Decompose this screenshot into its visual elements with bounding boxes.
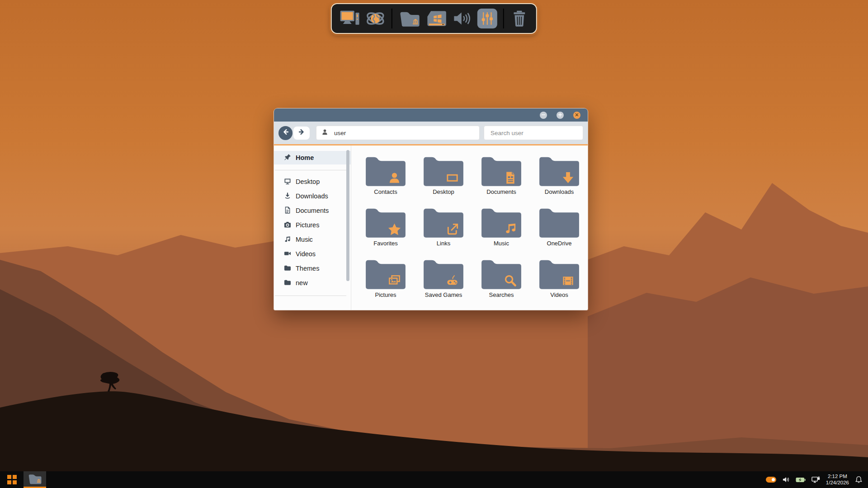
folder-label: Searches bbox=[489, 291, 514, 298]
search-box[interactable] bbox=[484, 126, 583, 140]
sidebar-item-home[interactable]: Home bbox=[274, 151, 351, 164]
star-icon bbox=[387, 222, 401, 236]
sidebar-item-label: Videos bbox=[296, 250, 316, 258]
share-icon bbox=[445, 222, 459, 236]
taskbar-clock[interactable]: 2:12 PM 1/24/2026 bbox=[826, 474, 849, 486]
sidebar-separator-top bbox=[275, 170, 346, 170]
dock-item-mixer[interactable] bbox=[477, 9, 497, 28]
sidebar-item-label: Pictures bbox=[296, 221, 319, 229]
tray-network-icon[interactable] bbox=[811, 476, 820, 483]
pin-icon bbox=[284, 154, 291, 162]
tray-volume-icon[interactable] bbox=[782, 476, 790, 483]
address-input[interactable] bbox=[333, 129, 474, 137]
sidebar-item-downloads[interactable]: Downloads bbox=[274, 189, 351, 203]
folder-favorites[interactable]: Favorites bbox=[359, 205, 412, 257]
minimize-icon bbox=[541, 111, 546, 119]
folder-label: Downloads bbox=[545, 188, 574, 195]
sidebar-scrollbar[interactable] bbox=[346, 150, 349, 281]
titlebar[interactable] bbox=[274, 108, 588, 122]
speaker-icon bbox=[453, 10, 472, 27]
dock-item-computer[interactable] bbox=[339, 9, 361, 28]
folder-icon bbox=[480, 154, 523, 188]
sidebar-item-pictures[interactable]: Pictures bbox=[274, 218, 351, 232]
dock-item-system-drive[interactable] bbox=[425, 9, 448, 28]
folder-icon bbox=[538, 205, 581, 239]
sidebar-item-themes[interactable]: Themes bbox=[274, 261, 351, 276]
back-button[interactable] bbox=[278, 126, 292, 140]
folder-icon bbox=[538, 154, 581, 188]
sidebar: Home Desktop Downloads Documents bbox=[274, 145, 351, 310]
dock-item-network[interactable] bbox=[365, 9, 386, 28]
sidebar-item-desktop[interactable]: Desktop bbox=[274, 174, 351, 189]
sb-document-icon bbox=[284, 206, 291, 215]
folder-saved-games[interactable]: Saved Games bbox=[417, 257, 470, 308]
folder-downloads[interactable]: Downloads bbox=[533, 154, 586, 205]
window-body: Home Desktop Downloads Documents bbox=[274, 145, 588, 310]
system-tray: 2:12 PM 1/24/2026 bbox=[766, 474, 868, 486]
sb-folder-icon bbox=[284, 264, 291, 273]
sidebar-item-documents[interactable]: Documents bbox=[274, 203, 351, 218]
dock-item-recycle-bin[interactable] bbox=[510, 9, 529, 28]
forward-button[interactable] bbox=[293, 127, 310, 140]
gamepad-icon bbox=[445, 274, 459, 288]
folder-icon bbox=[422, 257, 465, 291]
folder-icon bbox=[364, 257, 407, 291]
folder-documents[interactable]: Documents bbox=[475, 154, 528, 205]
dock-item-file-manager[interactable] bbox=[398, 9, 421, 28]
folder-label: Videos bbox=[550, 291, 568, 298]
notifications-bell-icon[interactable] bbox=[855, 476, 863, 483]
sidebar-home-label: Home bbox=[296, 154, 314, 161]
dock-item-volume[interactable] bbox=[452, 9, 473, 28]
trash-icon bbox=[511, 10, 528, 27]
folder-label: Desktop bbox=[433, 188, 454, 195]
folder-icon bbox=[480, 257, 523, 291]
globe-icon bbox=[366, 10, 385, 27]
folder-searches[interactable]: Searches bbox=[475, 257, 528, 308]
folder-contacts[interactable]: Contacts bbox=[359, 154, 412, 205]
sidebar-item-music[interactable]: Music bbox=[274, 232, 351, 247]
sb-folder-icon bbox=[284, 279, 291, 287]
sidebar-separator-bottom bbox=[275, 296, 346, 296]
address-bar[interactable] bbox=[316, 126, 480, 140]
sidebar-item-label: Documents bbox=[296, 207, 329, 214]
folder-links[interactable]: Links bbox=[417, 205, 470, 257]
folder-label: Links bbox=[437, 240, 450, 247]
sidebar-item-label: Music bbox=[296, 236, 313, 243]
folder-icon bbox=[422, 154, 465, 188]
folder-dock-icon bbox=[399, 10, 420, 27]
folder-label: Contacts bbox=[374, 188, 397, 195]
close-button[interactable] bbox=[573, 112, 580, 119]
folder-desktop[interactable]: Desktop bbox=[417, 154, 470, 205]
sidebar-list: Desktop Downloads Documents Pictures bbox=[274, 174, 351, 290]
sb-music-icon bbox=[284, 235, 291, 244]
forward-arrow-icon bbox=[297, 128, 306, 138]
dock-separator bbox=[503, 9, 504, 28]
sb-download-icon bbox=[284, 192, 291, 201]
folder-onedrive[interactable]: OneDrive bbox=[533, 205, 586, 257]
folder-videos[interactable]: Videos bbox=[533, 257, 586, 308]
tray-keyboard-indicator-icon[interactable] bbox=[766, 477, 776, 483]
sb-camera-icon bbox=[284, 221, 291, 230]
user-icon bbox=[321, 129, 328, 137]
music-icon bbox=[503, 222, 517, 236]
taskbar-item-file-manager[interactable] bbox=[24, 471, 46, 488]
folder-pictures[interactable]: Pictures bbox=[359, 257, 412, 308]
close-icon bbox=[574, 111, 580, 119]
film-icon bbox=[561, 274, 575, 288]
tray-battery-icon[interactable] bbox=[796, 477, 806, 483]
sidebar-item-videos[interactable]: Videos bbox=[274, 247, 351, 261]
sidebar-item-new[interactable]: new bbox=[274, 276, 351, 290]
sb-desktop-icon bbox=[284, 178, 291, 186]
folder-music[interactable]: Music bbox=[475, 205, 528, 257]
download-icon bbox=[561, 171, 575, 185]
monitor-icon bbox=[445, 171, 459, 185]
start-button[interactable] bbox=[0, 471, 24, 488]
sidebar-item-label: Desktop bbox=[296, 178, 320, 185]
desktop: Home Desktop Downloads Documents bbox=[0, 0, 868, 488]
folder-label: Saved Games bbox=[425, 291, 462, 298]
search-input[interactable] bbox=[490, 129, 577, 137]
minimize-button[interactable] bbox=[540, 112, 547, 119]
drive-windows-icon bbox=[426, 10, 447, 27]
folder-icon bbox=[364, 154, 407, 188]
maximize-button[interactable] bbox=[557, 112, 564, 119]
